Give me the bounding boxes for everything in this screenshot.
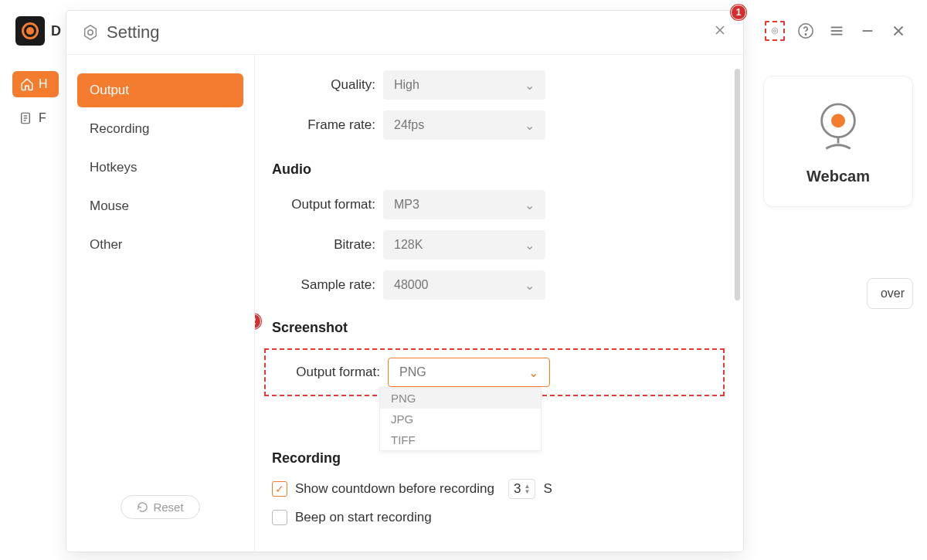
home-tab[interactable]: H: [12, 71, 59, 97]
sidebar-item-recording[interactable]: Recording: [77, 112, 243, 146]
stepper-arrows-icon: ▲▼: [524, 484, 530, 494]
chevron-down-icon: ⌄: [525, 238, 535, 253]
app-logo-icon: [15, 16, 45, 46]
chevron-down-icon: ⌄: [525, 198, 535, 212]
chevron-down-icon: ⌄: [525, 118, 535, 133]
modal-header: Setting: [66, 11, 743, 54]
audio-format-label: Output format:: [267, 197, 383, 212]
svg-point-3: [805, 34, 806, 35]
bitrate-select[interactable]: 128K ⌄: [383, 230, 545, 260]
settings-modal: Setting Output Recording Hotkeys Mouse O…: [66, 11, 743, 552]
webcam-label: Webcam: [806, 168, 870, 185]
svg-point-1: [774, 30, 776, 32]
annotation-badge-1: 1: [731, 5, 746, 20]
screenshot-section-title: Screenshot: [272, 320, 722, 336]
audio-section-title: Audio: [272, 161, 722, 178]
quality-select[interactable]: High ⌄: [383, 70, 545, 100]
frame-rate-select[interactable]: 24fps ⌄: [383, 110, 545, 140]
sample-rate-label: Sample rate:: [267, 277, 383, 293]
svg-point-15: [831, 114, 845, 127]
scrollbar[interactable]: [735, 69, 740, 300]
help-icon[interactable]: [796, 21, 816, 41]
webcam-icon: [810, 98, 866, 154]
chevron-down-icon: ⌄: [525, 278, 535, 293]
screenshot-format-dropdown: PNG JPG TIFF: [379, 387, 542, 451]
dropdown-option-png[interactable]: PNG: [380, 388, 541, 409]
settings-sidebar: Output Recording Hotkeys Mouse Other Res…: [66, 55, 255, 552]
file-tab[interactable]: F: [12, 111, 59, 125]
annotation-badge-2: 2: [255, 314, 261, 329]
minimize-icon[interactable]: [857, 21, 878, 41]
close-icon[interactable]: [888, 21, 908, 41]
countdown-stepper[interactable]: 3 ▲▼: [508, 479, 535, 499]
sidebar-item-other[interactable]: Other: [77, 228, 243, 262]
chevron-down-icon: ⌄: [525, 78, 535, 93]
home-label: H: [39, 77, 48, 91]
gear-icon[interactable]: [765, 21, 785, 41]
menu-icon[interactable]: [827, 21, 847, 41]
svg-marker-0: [772, 28, 778, 34]
background-sidebar: H F: [12, 71, 59, 125]
reset-button[interactable]: Reset: [121, 495, 199, 519]
beep-label: Beep on start recording: [295, 510, 432, 525]
countdown-label: Show countdown before recording: [295, 481, 494, 497]
close-icon[interactable]: [712, 22, 728, 42]
screenshot-format-label: Output format:: [272, 365, 388, 380]
sidebar-item-hotkeys[interactable]: Hotkeys: [77, 151, 243, 185]
frame-rate-label: Frame rate:: [267, 117, 383, 133]
webcam-card[interactable]: Webcam: [763, 76, 913, 207]
svg-point-18: [88, 30, 93, 35]
audio-format-select[interactable]: MP3 ⌄: [383, 190, 545, 219]
countdown-checkbox[interactable]: ✓: [272, 481, 287, 497]
beep-checkbox[interactable]: ✓: [272, 510, 287, 525]
dropdown-option-tiff[interactable]: TIFF: [380, 429, 541, 450]
beep-row: ✓ Beep on start recording: [272, 510, 722, 525]
quality-label: Quality:: [267, 77, 383, 93]
screenshot-format-select[interactable]: PNG ⌄: [388, 358, 550, 387]
sidebar-item-output[interactable]: Output: [77, 73, 243, 107]
chevron-down-icon: ⌄: [528, 365, 538, 380]
sample-rate-select[interactable]: 48000 ⌄: [383, 270, 545, 300]
svg-marker-17: [85, 25, 97, 39]
over-pill[interactable]: over: [867, 278, 913, 309]
countdown-suffix: S: [543, 481, 552, 497]
file-label: F: [39, 111, 46, 125]
dropdown-option-jpg[interactable]: JPG: [380, 409, 541, 429]
modal-title: Setting: [107, 22, 160, 42]
gear-icon: [82, 24, 99, 41]
app-initial: D: [51, 23, 61, 39]
sidebar-item-mouse[interactable]: Mouse: [77, 189, 243, 223]
bitrate-label: Bitrate:: [267, 237, 383, 253]
settings-content: Quality: High ⌄ Frame rate: 24fps ⌄ Audi…: [255, 55, 743, 552]
countdown-row: ✓ Show countdown before recording 3 ▲▼ S: [272, 479, 722, 499]
recording-section-title: Recording: [272, 450, 722, 467]
